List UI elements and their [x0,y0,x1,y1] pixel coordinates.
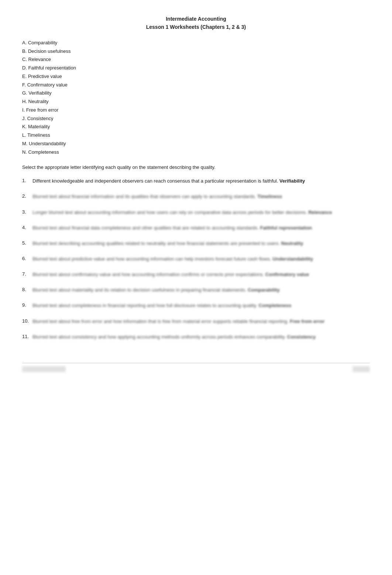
answer-choices-list: A. ComparabilityB. Decision usefulnessC.… [22,39,370,157]
question-number: 1. [22,177,32,183]
answer-choice-item: L. Timeliness [22,131,370,140]
question-number: 8. [22,286,32,292]
question-text: Blurred text about materiality and its r… [32,286,370,294]
answer-choice-item: A. Comparability [22,39,370,47]
question-text: Blurred text about financial information… [32,193,370,200]
answer-choice-item: H. Neutrality [22,98,370,106]
question-number: 7. [22,271,32,277]
answer-choice-item: G. Verifiability [22,89,370,98]
question-text: Blurred text about financial data comple… [32,224,370,232]
header-line1: Intermediate Accounting [166,16,226,22]
answer-choice-item: I. Free from error [22,106,370,115]
answer-choice-item: N. Completeness [22,148,370,157]
question-number: 11. [22,333,32,339]
question-number: 10. [22,318,32,324]
question-number: 9. [22,302,32,308]
header-line2: Lesson 1 Worksheets (Chapters 1, 2 & 3) [146,24,246,30]
footer-right: Page 1 [353,366,370,372]
question-text: Longer blurred text about accounting inf… [32,209,370,216]
question-text: Blurred text about free from error and h… [32,318,370,325]
question-number: 6. [22,255,32,261]
question-item: 8.Blurred text about materiality and its… [22,286,370,294]
answer-choice-item: C. Relevance [22,55,370,64]
question-text: Blurred text about predictive value and … [32,255,370,263]
question-number: 4. [22,224,32,230]
instructions-text: Select the appropriate letter identifyin… [22,164,370,170]
page-header: Intermediate Accounting Lesson 1 Workshe… [22,15,370,31]
question-item: 1.Different knowledgeable and independen… [22,177,370,185]
question-item: 5.Blurred text describing accounting qua… [22,240,370,247]
question-item: 6.Blurred text about predictive value an… [22,255,370,263]
question-text: Blurred text about completeness in finan… [32,302,370,309]
question-text: Blurred text about consistency and how a… [32,333,370,341]
question-text: Blurred text about confirmatory value an… [32,271,370,278]
question-item: 2.Blurred text about financial informati… [22,193,370,200]
question-number: 5. [22,240,32,246]
question-item: 9.Blurred text about completeness in fin… [22,302,370,309]
question-text: Blurred text describing accounting quali… [32,240,370,247]
answer-choice-item: D. Faithful representation [22,64,370,72]
answer-choice-item: F. Confirmatory value [22,81,370,89]
answer-choice-item: B. Decision usefulness [22,47,370,56]
question-text: Different knowledgeable and independent … [32,177,370,185]
footer: Lesson 1 Worksheets Page 1 [22,363,370,372]
question-item: 4.Blurred text about financial data comp… [22,224,370,232]
answer-choice-item: K. Materiality [22,123,370,131]
footer-left: Lesson 1 Worksheets [22,366,66,372]
question-item: 3.Longer blurred text about accounting i… [22,209,370,216]
question-number: 3. [22,209,32,215]
question-number: 2. [22,193,32,199]
answer-choice-item: M. Understandability [22,140,370,148]
question-item: 11.Blurred text about consistency and ho… [22,333,370,341]
answer-choice-item: E. Predictive value [22,72,370,81]
question-item: 7.Blurred text about confirmatory value … [22,271,370,278]
question-item: 10.Blurred text about free from error an… [22,318,370,325]
questions-list: 1.Different knowledgeable and independen… [22,177,370,341]
answer-choice-item: J. Consistency [22,115,370,123]
